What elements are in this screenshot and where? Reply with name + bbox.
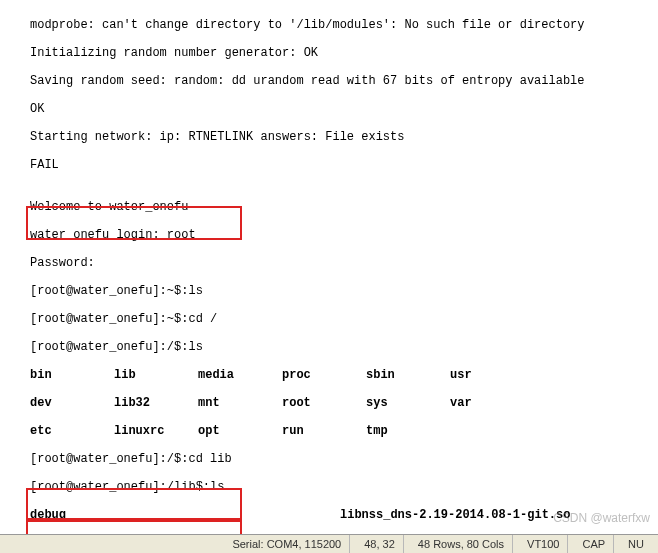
boot-line: Starting network: ip: RTNETLINK answers:…: [2, 130, 658, 144]
boot-line: FAIL: [2, 158, 658, 172]
status-bar: Serial: COM4, 115200 48, 32 48 Rows, 80 …: [0, 534, 658, 553]
status-numlock: NU: [620, 535, 652, 553]
boot-line: modprobe: can't change directory to '/li…: [2, 18, 658, 32]
boot-line: OK: [2, 102, 658, 116]
prompt-line: [root@water_onefu]:/$:ls: [2, 340, 658, 354]
status-capslock: CAP: [574, 535, 614, 553]
status-term-type: VT100: [519, 535, 568, 553]
ls-row: etclinuxrcoptruntmp: [2, 424, 658, 438]
status-serial: Serial: COM4, 115200: [224, 535, 350, 553]
ls-row: binlibmediaprocsbinusr: [2, 368, 658, 382]
prompt-line: [root@water_onefu]:~$:ls: [2, 284, 658, 298]
prompt-line: [root@water_onefu]:/$:cd lib: [2, 452, 658, 466]
boot-line: Initializing random number generator: OK: [2, 46, 658, 60]
terminal-output[interactable]: modprobe: can't change directory to '/li…: [0, 0, 658, 553]
status-cursor-pos: 48, 32: [356, 535, 404, 553]
login-line: water_onefu login: root: [2, 228, 658, 242]
status-dimensions: 48 Rows, 80 Cols: [410, 535, 513, 553]
prompt-line: [root@water_onefu]:~$:cd /: [2, 312, 658, 326]
lib-row: debuglibnss_dns-2.19-2014.08-1-git.so: [2, 508, 658, 522]
prompt-line: [root@water_onefu]:/lib$:ls: [2, 480, 658, 494]
boot-line: Saving random seed: random: dd urandom r…: [2, 74, 658, 88]
welcome-line: Welcome to water_onefu: [2, 200, 658, 214]
password-line: Password:: [2, 256, 658, 270]
ls-row: devlib32mntrootsysvar: [2, 396, 658, 410]
